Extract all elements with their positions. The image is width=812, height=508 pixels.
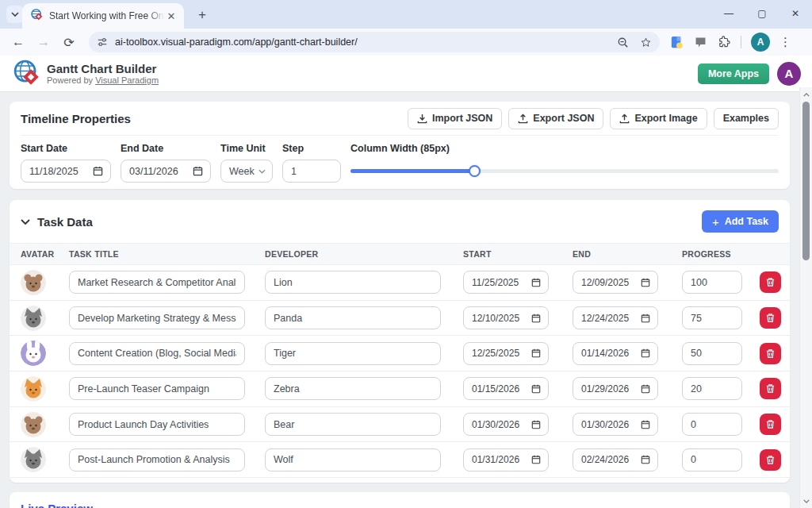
slider-track[interactable] [350, 169, 779, 173]
slider-thumb[interactable] [469, 165, 481, 177]
scrollbar-up-arrow[interactable] [800, 89, 812, 100]
back-button[interactable]: ← [8, 32, 29, 52]
calendar-icon[interactable] [531, 278, 541, 287]
end-date-input[interactable]: 01/30/2026 [573, 413, 658, 436]
end-date-input[interactable]: 12/24/2025 [573, 306, 658, 329]
task-title-input[interactable] [69, 271, 245, 294]
start-date-input[interactable]: 12/25/2025 [463, 342, 549, 365]
start-date-input[interactable]: 11/25/2025 [463, 271, 549, 294]
calendar-icon[interactable] [93, 166, 103, 176]
start-date-input[interactable]: 01/30/2026 [463, 413, 549, 436]
progress-input[interactable] [682, 377, 742, 400]
extensions-puzzle-icon[interactable] [717, 35, 731, 49]
collapse-chevron-icon[interactable] [21, 219, 30, 225]
toolbar-extensions-area: A ⋮ [669, 33, 791, 52]
step-label: Step [282, 143, 341, 154]
column-width-slider[interactable] [350, 160, 779, 183]
step-input[interactable] [282, 160, 341, 183]
browser-profile-avatar[interactable]: A [751, 33, 770, 52]
visual-paradigm-link[interactable]: Visual Paradigm [95, 75, 159, 85]
progress-input[interactable] [682, 448, 742, 471]
end-date-input[interactable]: 01/14/2026 [573, 342, 658, 365]
end-date-input[interactable]: 01/29/2026 [573, 377, 658, 400]
calendar-icon[interactable] [641, 384, 650, 394]
column-header-progress: PROGRESS [682, 249, 760, 259]
developer-input[interactable] [265, 413, 441, 436]
task-title-input[interactable] [69, 306, 245, 329]
delete-task-button[interactable] [760, 271, 781, 293]
calendar-icon[interactable] [641, 348, 650, 358]
task-title-input[interactable] [69, 448, 245, 471]
start-date-input[interactable]: 11/18/2025 [21, 160, 111, 183]
developer-input[interactable] [265, 448, 441, 471]
window-close-button[interactable]: ✕ [779, 0, 812, 27]
calendar-icon[interactable] [531, 420, 541, 429]
end-date-value: 01/14/2026 [581, 348, 629, 359]
calendar-icon[interactable] [531, 455, 541, 464]
task-title-input[interactable] [69, 413, 245, 436]
developer-input[interactable] [265, 271, 441, 294]
tab-close-icon[interactable]: ✕ [165, 10, 178, 22]
task-title-input[interactable] [69, 377, 245, 400]
end-date-value: 12/09/2025 [581, 277, 629, 288]
export-image-button[interactable]: Export Image [610, 108, 707, 129]
delete-task-button[interactable] [760, 343, 781, 364]
user-avatar[interactable]: A [777, 62, 801, 86]
scrollbar-down-arrow[interactable] [800, 495, 812, 506]
developer-input[interactable] [265, 377, 441, 400]
examples-button[interactable]: Examples [714, 108, 779, 129]
delete-task-button[interactable] [760, 307, 781, 329]
add-task-button[interactable]: + Add Task [702, 210, 779, 233]
calendar-icon[interactable] [641, 420, 650, 429]
end-date-input[interactable]: 12/09/2025 [573, 271, 658, 294]
bookmark-star-icon[interactable] [640, 37, 652, 48]
new-tab-button[interactable]: + [193, 6, 211, 24]
start-date-input[interactable]: 01/31/2026 [463, 448, 549, 471]
window-minimize-button[interactable]: — [712, 0, 745, 27]
tab-list-chevron-button[interactable] [6, 6, 24, 23]
import-json-button[interactable]: Import JSON [408, 108, 502, 129]
examples-label: Examples [723, 113, 769, 124]
blue-doc-extension-icon[interactable] [669, 35, 684, 50]
progress-input[interactable] [682, 413, 742, 436]
url-text[interactable]: ai-toolbox.visual-paradigm.com/app/gantt… [115, 37, 617, 48]
developer-input[interactable] [265, 342, 441, 365]
browser-tab[interactable]: Start Working with Free Online ✕ [22, 3, 184, 29]
window-maximize-button[interactable]: ▢ [745, 0, 779, 27]
forward-button[interactable]: → [33, 32, 54, 52]
start-date-input[interactable]: 12/10/2025 [463, 306, 549, 329]
calendar-icon[interactable] [641, 314, 650, 323]
reload-button[interactable]: ⟳ [59, 32, 79, 52]
delete-task-button[interactable] [760, 378, 781, 399]
calendar-icon[interactable] [641, 455, 650, 464]
browser-menu-icon[interactable]: ⋮ [779, 35, 791, 49]
end-date-input[interactable]: 02/24/2026 [573, 448, 658, 471]
timeline-properties-card: Timeline Properties Import JSON Export J… [10, 102, 790, 189]
end-date-input[interactable]: 03/11/2026 [121, 160, 211, 183]
delete-task-button[interactable] [760, 449, 781, 471]
page-scrollbar[interactable] [799, 87, 812, 508]
time-unit-select[interactable]: Week [220, 160, 273, 183]
trash-icon [765, 419, 776, 429]
scrollbar-thumb[interactable] [802, 102, 810, 260]
progress-input[interactable] [682, 271, 742, 294]
more-apps-button[interactable]: More Apps [698, 64, 769, 84]
upload-icon [619, 114, 630, 124]
calendar-icon[interactable] [531, 314, 541, 323]
calendar-icon[interactable] [531, 348, 541, 358]
task-title-input[interactable] [69, 342, 245, 365]
delete-task-button[interactable] [760, 414, 781, 435]
site-settings-tune-icon[interactable] [97, 37, 108, 48]
url-bar[interactable]: ai-toolbox.visual-paradigm.com/app/gantt… [89, 32, 660, 52]
progress-input[interactable] [682, 306, 742, 329]
calendar-icon[interactable] [193, 166, 203, 176]
start-date-input[interactable]: 01/15/2026 [463, 377, 549, 400]
comment-extension-icon[interactable] [694, 36, 707, 49]
progress-input[interactable] [682, 342, 742, 365]
calendar-icon[interactable] [641, 278, 650, 287]
zoom-out-indicator-icon[interactable] [617, 37, 629, 48]
calendar-icon[interactable] [531, 384, 541, 394]
developer-input[interactable] [265, 306, 441, 329]
column-width-field: Column Width (85px) [350, 143, 779, 183]
export-json-button[interactable]: Export JSON [508, 108, 603, 129]
